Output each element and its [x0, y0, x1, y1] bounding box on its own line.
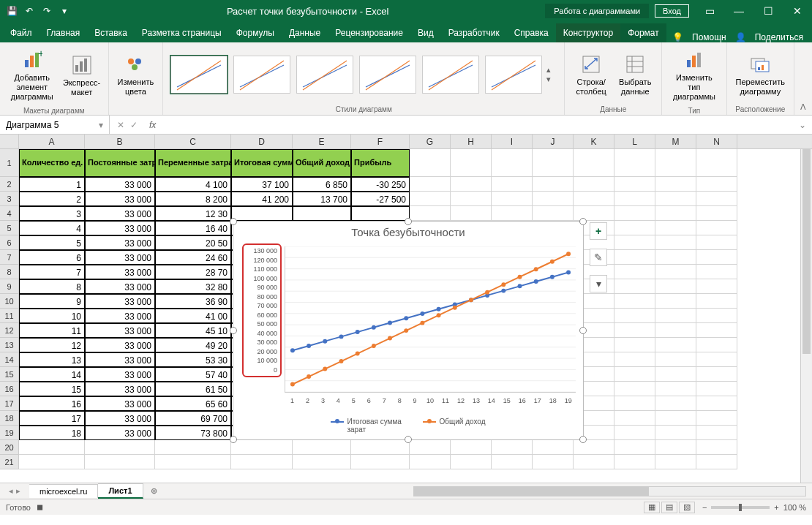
cell[interactable]: 37 100 — [231, 177, 293, 192]
login-button[interactable]: Вход — [655, 4, 689, 18]
column-header[interactable]: H — [451, 135, 492, 148]
cell[interactable] — [614, 265, 655, 279]
cell[interactable]: 33 000 — [85, 352, 155, 367]
cell[interactable]: 49 20 — [155, 338, 231, 352]
tab-page-layout[interactable]: Разметка страницы — [135, 23, 229, 42]
cell[interactable] — [696, 294, 737, 309]
tab-format[interactable]: Формат — [620, 23, 666, 42]
table-header-cell[interactable]: Прибыль — [351, 149, 410, 177]
cell[interactable]: 6 — [19, 250, 85, 265]
column-header[interactable]: K — [574, 135, 614, 148]
cell[interactable]: 13 — [19, 352, 85, 367]
cell[interactable]: 17 — [19, 411, 85, 426]
collapse-ribbon-icon[interactable]: ᐱ — [794, 99, 812, 115]
cell[interactable] — [696, 323, 737, 338]
cell[interactable]: 4 — [19, 221, 85, 235]
cell[interactable] — [696, 250, 737, 265]
enter-formula-icon[interactable]: ✓ — [130, 120, 138, 130]
cell[interactable] — [696, 426, 737, 440]
column-header[interactable]: J — [533, 135, 574, 148]
cell[interactable]: 33 000 — [85, 279, 155, 294]
change-colors-button[interactable]: Изменить цвета — [115, 50, 157, 99]
cell[interactable]: -30 250 — [351, 177, 410, 192]
cell[interactable] — [451, 177, 492, 192]
sheet-nav-prev-icon[interactable]: ◂ — [9, 486, 13, 496]
cell[interactable] — [655, 192, 696, 206]
cell[interactable]: 3 — [19, 206, 85, 221]
cell[interactable]: 33 000 — [85, 235, 155, 250]
cell[interactable]: 41 00 — [155, 309, 231, 323]
cell[interactable]: 33 000 — [85, 426, 155, 440]
tab-view[interactable]: Вид — [410, 23, 441, 42]
undo-icon[interactable]: ↶ — [23, 5, 35, 17]
move-chart-button[interactable]: Переместить диаграмму — [733, 50, 788, 99]
redo-icon[interactable]: ↷ — [41, 5, 53, 17]
cell[interactable] — [614, 206, 655, 221]
cell[interactable] — [696, 382, 737, 396]
column-header[interactable]: A — [19, 135, 85, 148]
cell[interactable] — [655, 411, 696, 426]
zoom-slider[interactable] — [711, 506, 770, 509]
cell[interactable]: 41 200 — [231, 192, 293, 206]
cell[interactable] — [533, 192, 574, 206]
chart-handle[interactable] — [230, 327, 237, 334]
cell[interactable] — [614, 352, 655, 367]
select-data-button[interactable]: Выбрать данные — [614, 50, 655, 99]
name-box[interactable]: Диаграмма 5 ▾ — [0, 116, 110, 134]
cell[interactable] — [696, 396, 737, 411]
cell[interactable] — [231, 206, 293, 221]
page-break-view-icon[interactable]: ▧ — [679, 502, 695, 513]
tell-me-icon[interactable]: 💡 — [672, 32, 683, 42]
table-header-cell[interactable]: Постоянные затраты — [85, 149, 155, 177]
cell[interactable]: 33 000 — [85, 396, 155, 411]
cell[interactable] — [533, 177, 574, 192]
sheet-nav-next-icon[interactable]: ▸ — [16, 486, 20, 496]
chart-handle[interactable] — [579, 327, 587, 334]
chart-style-thumb[interactable] — [233, 56, 290, 94]
cell[interactable] — [410, 206, 451, 221]
close-icon[interactable]: ✕ — [783, 0, 812, 22]
column-header[interactable]: B — [85, 135, 155, 148]
cell[interactable]: 33 000 — [85, 192, 155, 206]
cell[interactable]: 33 000 — [85, 250, 155, 265]
cell[interactable] — [696, 177, 737, 192]
tab-insert[interactable]: Вставка — [87, 23, 135, 42]
cell[interactable]: 61 50 — [155, 382, 231, 396]
cell[interactable]: 8 200 — [155, 192, 231, 206]
cell[interactable]: 7 — [19, 265, 85, 279]
cell[interactable]: 53 30 — [155, 352, 231, 367]
cell[interactable]: 33 000 — [85, 382, 155, 396]
cell[interactable]: 33 000 — [85, 309, 155, 323]
cell[interactable]: 45 10 — [155, 323, 231, 338]
tab-review[interactable]: Рецензирование — [328, 23, 410, 42]
qat-dropdown-icon[interactable]: ▾ — [59, 5, 70, 17]
cell[interactable]: 65 60 — [155, 396, 231, 411]
cell[interactable] — [533, 206, 574, 221]
cell[interactable] — [410, 192, 451, 206]
cell[interactable] — [655, 352, 696, 367]
share-icon[interactable]: 👤 — [735, 32, 746, 42]
cell[interactable]: 12 30 — [155, 206, 231, 221]
column-header[interactable]: M — [655, 135, 696, 148]
cell[interactable] — [655, 396, 696, 411]
cell[interactable] — [655, 323, 696, 338]
cell[interactable] — [655, 294, 696, 309]
cell[interactable]: 36 90 — [155, 294, 231, 309]
add-sheet-button[interactable]: ⊕ — [143, 486, 165, 496]
cell[interactable]: 6 850 — [293, 177, 351, 192]
cell[interactable] — [655, 309, 696, 323]
cell[interactable]: 20 50 — [155, 235, 231, 250]
cell[interactable] — [293, 206, 351, 221]
chart-filters-button[interactable]: ▾ — [590, 275, 607, 292]
cell[interactable] — [614, 338, 655, 352]
cell[interactable]: 33 000 — [85, 177, 155, 192]
cell[interactable]: 33 000 — [85, 411, 155, 426]
tab-help-right[interactable]: Помощн — [692, 32, 726, 42]
namebox-dropdown-icon[interactable]: ▾ — [99, 120, 103, 130]
chart-handle[interactable] — [230, 436, 237, 443]
table-header-cell[interactable]: Переменные затраты — [155, 149, 231, 177]
chart-styles-button[interactable]: ✎ — [590, 249, 607, 266]
chart-style-thumb[interactable] — [485, 56, 542, 94]
cell[interactable]: 33 000 — [85, 206, 155, 221]
cell[interactable]: 11 — [19, 323, 85, 338]
